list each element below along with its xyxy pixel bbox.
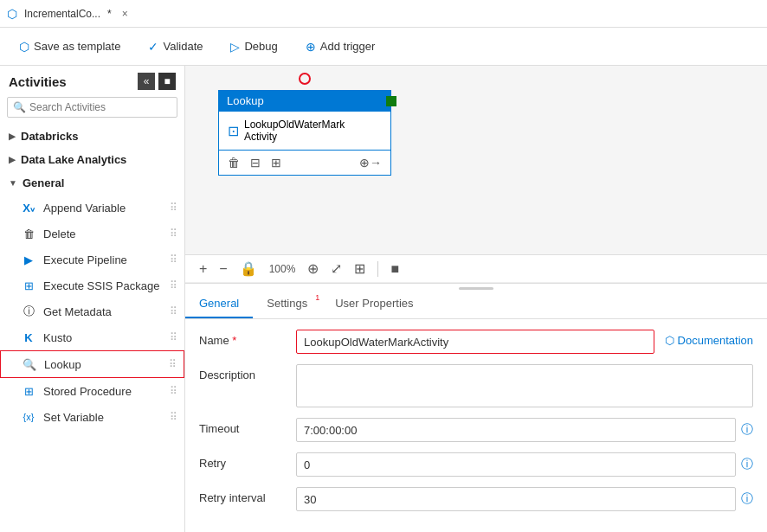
timeout-row: Timeout ⓘ: [199, 418, 753, 442]
validate-button[interactable]: ✓ Validate: [143, 36, 208, 57]
sidebar-menu-button[interactable]: ■: [158, 73, 176, 90]
tab-user-properties[interactable]: User Properties: [321, 290, 427, 318]
lock-tool[interactable]: 🔒: [240, 260, 257, 277]
debug-icon: ▷: [230, 40, 240, 54]
add-trigger-button[interactable]: ⊕ Add trigger: [300, 36, 381, 57]
retry-interval-info-icon[interactable]: ⓘ: [741, 491, 753, 507]
node-body: ⊡ LookupOldWaterMark Activity: [218, 112, 391, 151]
timeout-input[interactable]: [296, 418, 736, 442]
fit-tool[interactable]: ⊕: [307, 260, 319, 277]
pipeline-node[interactable]: Lookup ⊡ LookupOldWaterMark Activity 🗑 ⊟…: [218, 90, 391, 176]
retry-interval-input[interactable]: [296, 487, 736, 511]
drag-handle-icon: ⠿: [170, 202, 177, 214]
sidebar-item-kusto[interactable]: K Kusto ⠿: [0, 324, 184, 350]
sidebar-item-execute-ssis[interactable]: ⊞ Execute SSIS Package ⠿: [0, 272, 184, 298]
description-input[interactable]: [296, 364, 753, 407]
sidebar-groups: ▶ Databricks ▶ Data Lake Analytics ▼ Gen…: [0, 125, 184, 430]
add-trigger-label: Add trigger: [320, 40, 376, 53]
node-activity-row: ⊡ LookupOldWaterMark Activity: [228, 119, 382, 143]
set-variable-icon: {x}: [21, 409, 36, 425]
sidebar-item-delete[interactable]: 🗑 Delete ⠿: [0, 221, 184, 247]
description-row: Description: [199, 364, 753, 407]
drag-handle-icon-2: ⠿: [170, 228, 177, 240]
drag-handle-icon-7: ⠿: [169, 358, 177, 370]
drag-handle-icon-9: ⠿: [170, 411, 177, 423]
documentation-link[interactable]: ⬡ Documentation: [665, 330, 753, 347]
validate-icon: ✓: [148, 40, 158, 54]
sidebar-group-general[interactable]: ▼ General: [0, 171, 184, 195]
debug-label: Debug: [244, 40, 277, 53]
copy-node-button[interactable]: ⊟: [250, 156, 261, 170]
zoom-100-tool[interactable]: 100%: [269, 263, 296, 275]
sidebar-item-get-metadata[interactable]: ⓘ Get Metadata ⠿: [0, 298, 184, 324]
sidebar: Activities « ■ 🔍 ▶ Databricks ▶ Data Lak…: [0, 66, 185, 532]
node-connection-dot: [299, 73, 311, 85]
sidebar-item-append-variable[interactable]: Xᵥ Append Variable ⠿: [0, 195, 184, 221]
search-input[interactable]: [29, 101, 171, 113]
drag-handle-icon-5: ⠿: [170, 305, 177, 317]
delete-node-button[interactable]: 🗑: [228, 156, 240, 170]
layout-grid-tool[interactable]: ⊞: [354, 260, 365, 277]
tab-close-button[interactable]: ×: [122, 8, 128, 20]
sidebar-item-stored-procedure[interactable]: ⊞ Stored Procedure ⠿: [0, 378, 184, 404]
sidebar-item-label-delete: Delete: [43, 228, 76, 240]
group-label-datalake: Data Lake Analytics: [21, 153, 126, 166]
expand-tool[interactable]: ⤢: [331, 260, 342, 277]
node-activity-label: LookupOldWaterMark Activity: [244, 119, 345, 143]
execute-pipeline-icon: ▶: [21, 252, 36, 267]
name-input[interactable]: [296, 330, 654, 354]
sidebar-item-execute-pipeline[interactable]: ▶ Execute Pipeline ⠿: [0, 247, 184, 272]
node-action-toolbar: 🗑 ⊟ ⊞ ⊕→: [218, 151, 391, 176]
collapse-sidebar-button[interactable]: «: [138, 73, 155, 90]
sidebar-group-datalake[interactable]: ▶ Data Lake Analytics: [0, 148, 184, 171]
add-trigger-icon: ⊕: [306, 40, 316, 54]
timeout-field-group: ⓘ: [296, 418, 753, 442]
retry-label: Retry: [199, 452, 286, 470]
retry-row: Retry ⓘ: [199, 452, 753, 477]
sidebar-item-label-append: Append Variable: [43, 202, 126, 215]
zoom-out-tool[interactable]: −: [219, 261, 227, 277]
sidebar-item-set-variable[interactable]: {x} Set Variable ⠿: [0, 404, 184, 430]
connect-node-button[interactable]: ⊕→: [359, 156, 382, 170]
validate-label: Validate: [163, 40, 203, 53]
settings-tool[interactable]: ■: [390, 261, 399, 277]
chevron-right-icon: ▶: [9, 131, 16, 141]
drag-handle-icon-3: ⠿: [170, 253, 177, 266]
duplicate-node-button[interactable]: ⊞: [271, 156, 281, 170]
save-template-button[interactable]: ⬡ Save as template: [14, 36, 126, 57]
tab-title: IncrementalCo...: [24, 8, 100, 20]
node-header-label: Lookup: [227, 94, 264, 107]
save-template-label: Save as template: [34, 40, 120, 53]
app-icon: ⬡: [7, 7, 17, 21]
sidebar-controls: « ■: [138, 73, 176, 90]
timeout-label: Timeout: [199, 418, 286, 435]
lookup-icon: 🔍: [22, 356, 37, 372]
search-icon: 🔍: [13, 101, 26, 113]
timeout-info-icon[interactable]: ⓘ: [741, 422, 753, 438]
group-label-databricks: Databricks: [21, 130, 78, 143]
tab-settings[interactable]: Settings 1: [253, 290, 321, 318]
sidebar-title: Activities: [9, 74, 67, 89]
get-metadata-icon: ⓘ: [21, 304, 36, 319]
settings-badge: 1: [315, 293, 319, 302]
kusto-icon: K: [21, 330, 36, 345]
sidebar-group-databricks[interactable]: ▶ Databricks: [0, 125, 184, 148]
sidebar-item-label-execute-ssis: Execute SSIS Package: [43, 279, 159, 292]
tab-general[interactable]: General: [185, 290, 253, 318]
retry-info-icon[interactable]: ⓘ: [741, 457, 753, 472]
canvas[interactable]: Lookup ⊡ LookupOldWaterMark Activity 🗑 ⊟…: [185, 66, 767, 255]
drag-handle-icon-8: ⠿: [170, 385, 177, 397]
search-box: 🔍: [7, 97, 177, 118]
retry-interval-label: Retry interval: [199, 487, 286, 504]
sidebar-item-lookup[interactable]: 🔍 Lookup ⠿: [0, 350, 184, 378]
sidebar-header: Activities « ■: [0, 66, 184, 97]
retry-interval-field-group: ⓘ: [296, 487, 753, 511]
sidebar-item-label-set-variable: Set Variable: [43, 411, 104, 424]
debug-button[interactable]: ▷ Debug: [225, 36, 282, 57]
retry-interval-row: Retry interval ⓘ: [199, 487, 753, 511]
retry-input[interactable]: [296, 452, 736, 477]
drag-handle-icon-4: ⠿: [170, 279, 177, 292]
sidebar-item-label-kusto: Kusto: [43, 331, 72, 344]
zoom-in-tool[interactable]: +: [199, 261, 207, 277]
delete-icon: 🗑: [21, 226, 36, 241]
